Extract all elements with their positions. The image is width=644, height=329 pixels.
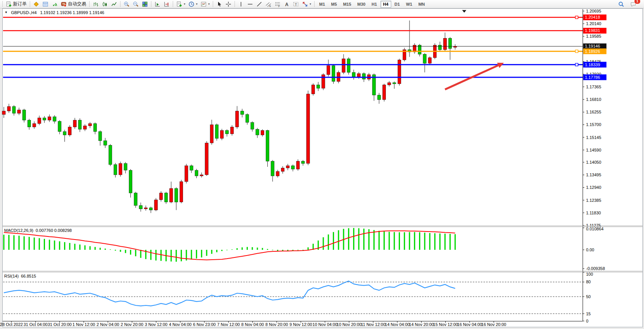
cursor-button[interactable] [215,0,224,8]
fibonacci-button[interactable]: F [273,0,282,8]
equidistant-channel-button[interactable]: E [264,0,273,8]
text-label-button[interactable]: T [291,0,300,8]
new-chart-icon [176,1,182,7]
toolbar: 新订单自动交易▾▾▾EFAT▾M1M5M15M30H1H4D1W1MN1 [0,0,644,8]
zoom-out-button[interactable] [131,0,140,8]
auto-trading-icon [61,1,67,7]
toolbar-separator [2,1,3,7]
crosshair-button[interactable] [224,0,233,8]
candlestick-chart-button[interactable] [100,0,109,8]
svg-text:1.15700: 1.15700 [586,122,601,127]
svg-text:1.20695: 1.20695 [586,9,601,13]
macd-values: 0.007760 0.008298 [35,228,72,233]
new-order-button-label: 新订单 [13,1,27,7]
timeframe-h1-button[interactable]: H1 [369,1,379,8]
arrows-button[interactable]: ▾ [300,0,313,8]
auto-trading-button[interactable]: 自动交易 [59,0,88,8]
svg-text:T: T [295,2,297,6]
auto-scroll-icon [154,1,161,7]
vertical-line-button[interactable] [236,0,246,8]
new-order-icon [6,1,12,7]
svg-text:1.14050: 1.14050 [586,160,601,164]
text-label-icon: T [293,1,299,7]
svg-text:8 Nov 04:00: 8 Nov 04:00 [241,322,264,327]
zoom-in-button[interactable] [122,0,131,8]
timeframe-mn-button[interactable]: MN [416,1,427,8]
arrows-icon [302,1,308,7]
gold-cube-icon [33,1,39,7]
svg-text:4 Nov 04:00: 4 Nov 04:00 [169,322,191,327]
fibonacci-icon: F [275,1,281,7]
svg-text:14 Nov 04:00: 14 Nov 04:00 [385,322,410,327]
chevron-down-icon: ▾ [184,2,185,6]
chart-canvas[interactable]: 1.206951.201401.195851.190301.184751.179… [0,8,644,329]
timeframe-m1-button[interactable]: M1 [316,1,328,8]
bar-chart-icon [93,1,99,7]
svg-text:1.16810: 1.16810 [586,97,601,102]
new-order-button[interactable]: 新订单 [4,0,28,8]
zoom-in-icon [124,1,130,7]
timeframe-m5-button[interactable]: M5 [328,1,339,8]
horizontal-line-button[interactable] [246,0,255,8]
chart-shift-button[interactable] [162,0,171,8]
symbol-period-label: GBPUSD-,H4 [11,10,37,15]
toolbar-right-group: 1 [617,0,643,8]
macd-name: MACD(12,26,9) [4,228,33,233]
svg-text:1.20140: 1.20140 [586,21,601,26]
chart-title: ▼ GBPUSD-,H4 1.19102 1.19236 1.18999 1.1… [5,10,104,15]
line-chart-button[interactable] [109,0,119,8]
toolbar-separator [234,1,235,7]
timeframe-h4-button[interactable]: H4 [381,1,391,8]
svg-text:A: A [285,2,289,7]
templates-button[interactable]: ▾ [199,0,211,8]
search-button[interactable] [617,0,626,8]
svg-text:0: 0 [586,319,588,323]
toolbar-separator [213,1,213,7]
svg-text:0.00: 0.00 [586,248,594,252]
rsi-indicator-label: RSI(14) 66.8515 [4,274,36,278]
chevron-down-icon: ▾ [208,2,210,6]
svg-text:1.13495: 1.13495 [586,172,601,177]
signals-icon [51,1,58,7]
crosshair-icon [225,1,231,7]
timeframe-w1-button[interactable]: W1 [403,1,415,8]
timeframe-m15-button[interactable]: M15 [340,1,354,8]
svg-text:1 Nov 12:00: 1 Nov 12:00 [72,322,95,327]
ohlc-values: 1.19102 1.19236 1.18999 1.19146 [40,10,104,15]
template-icon [201,1,207,7]
svg-text:1.12940: 1.12940 [586,185,601,190]
new-chart-button[interactable]: ▾ [175,0,187,8]
toolbar-separator [151,1,151,7]
toolbar-separator [173,1,173,7]
svg-text:28 Oct 2022: 28 Oct 2022 [0,322,23,327]
rsi-value: 66.8515 [21,274,36,278]
toolbar-separator [314,1,315,7]
svg-text:1.12385: 1.12385 [586,198,601,203]
horizontal-line-icon [247,1,253,7]
svg-text:50: 50 [586,294,591,299]
macd-indicator-label: MACD(12,26,9) 0.007760 0.008298 [4,228,72,233]
svg-text:2 Nov 04:00: 2 Nov 04:00 [96,322,119,327]
tile-windows-icon [142,1,148,7]
auto-scroll-button[interactable] [153,0,162,8]
symbol-dropdown-icon[interactable]: ▼ [5,11,8,14]
trendline-button[interactable] [255,0,264,8]
timeframe-m30-button[interactable]: M30 [355,1,368,8]
svg-text:80: 80 [586,279,591,284]
bar-chart-button[interactable] [91,0,100,8]
timeframe-d1-button[interactable]: D1 [392,1,403,8]
periodicity-button[interactable]: ▾ [187,0,199,8]
svg-text:1.18339: 1.18339 [585,62,600,67]
chevron-down-icon: ▾ [196,2,198,6]
svg-text:16 Nov 04:00: 16 Nov 04:00 [457,322,482,327]
market-watch-button[interactable] [32,0,41,8]
svg-text:100: 100 [586,272,593,276]
signals-button[interactable] [50,0,59,8]
trendline-icon [256,1,262,7]
text-icon: A [284,1,290,7]
svg-text:16 Nov 20:00: 16 Nov 20:00 [481,322,506,327]
tile-windows-button[interactable] [140,0,149,8]
text-button[interactable]: A [282,0,291,8]
data-window-button[interactable] [41,0,50,8]
line-chart-icon [111,1,117,7]
